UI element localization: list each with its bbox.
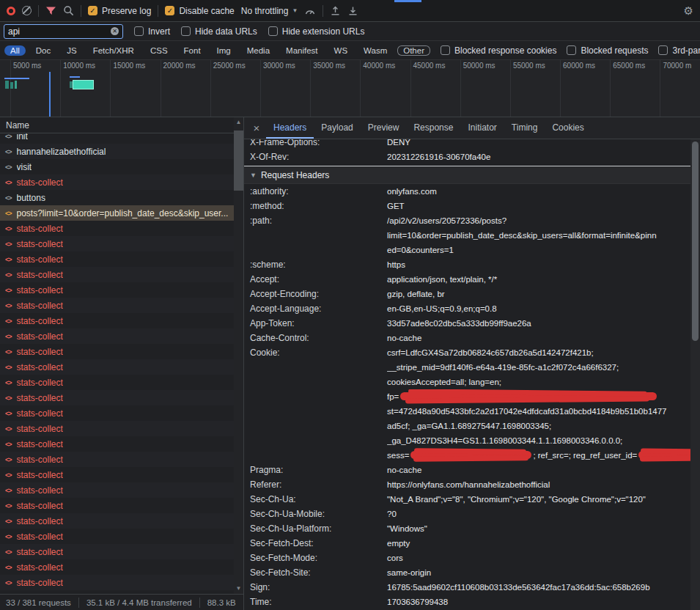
request-row[interactable]: <>stats-collect — [0, 452, 234, 467]
filter-chip-all[interactable]: All — [4, 45, 26, 56]
filter-checkbox-3rd-party-requests[interactable]: 3rd-party requests — [658, 45, 700, 56]
header-value: 202312261916-30670fa40e — [387, 150, 690, 164]
filter-input[interactable]: api ✕ — [4, 24, 123, 39]
request-row[interactable]: <>stats-collect — [0, 421, 234, 436]
request-row[interactable]: <>stats-collect — [0, 359, 234, 375]
request-row[interactable]: <>stats-collect — [0, 236, 234, 251]
header-value-line: limit=10&order=publish_date_desc&skip_us… — [387, 228, 690, 243]
invert-checkbox[interactable]: Invert — [134, 26, 170, 37]
request-row[interactable]: <>stats-collect — [0, 544, 234, 559]
header-value-line: 202312261916-30670fa40e — [387, 150, 690, 164]
preserve-log-checkbox[interactable]: ✓ Preserve log — [88, 6, 151, 16]
filter-icon[interactable] — [45, 6, 56, 16]
tab-preview[interactable]: Preview — [361, 117, 407, 139]
header-row: Accept-Encoding:gzip, deflate, br — [244, 287, 690, 301]
request-list-panel: Name <>init<>hannahelizabethofficial<>vi… — [0, 117, 243, 610]
throttling-dropdown[interactable]: No throttling ▼ — [241, 6, 298, 16]
filter-chip-manifest[interactable]: Manifest — [280, 45, 323, 56]
request-row[interactable]: <>stats-collect — [0, 529, 234, 544]
filter-chip-img[interactable]: Img — [211, 45, 237, 56]
timeline-column: 25000 ms — [210, 60, 260, 117]
request-row[interactable]: <>stats-collect — [0, 313, 234, 328]
timeline-column: 20000 ms — [161, 60, 210, 117]
filter-chip-ws[interactable]: WS — [328, 45, 354, 56]
request-row[interactable]: <>stats-collect — [0, 344, 234, 359]
toolbar-divider — [38, 5, 39, 17]
name-column-header[interactable]: Name — [0, 117, 243, 133]
request-row[interactable]: <>stats-collect — [0, 482, 234, 498]
tab-headers[interactable]: Headers — [266, 117, 314, 139]
request-row[interactable]: <>stats-collect — [0, 221, 234, 236]
filter-chip-fetch-xhr[interactable]: Fetch/XHR — [87, 45, 140, 56]
scroll-down-icon[interactable]: ▼ — [236, 584, 242, 594]
request-row[interactable]: <>visit — [0, 159, 234, 174]
import-har-icon[interactable] — [330, 5, 341, 16]
request-list-scrollbar[interactable]: ▲ ▼ — [234, 117, 243, 594]
timeline-column: 55000 ms — [510, 60, 560, 117]
header-value-line: empty — [387, 536, 690, 551]
scrollbar-thumb[interactable] — [234, 131, 243, 191]
filter-chip-font[interactable]: Font — [178, 45, 207, 56]
record-network-log-button[interactable] — [7, 7, 15, 15]
request-row[interactable]: <>stats-collect — [0, 436, 234, 452]
request-row[interactable]: <>stats-collect — [0, 498, 234, 513]
request-row[interactable]: <>stats-collect — [0, 267, 234, 282]
request-headers-section-header[interactable]: ▼ Request Headers — [244, 166, 690, 184]
request-row[interactable]: <>buttons — [0, 190, 234, 205]
filter-checkbox-blocked-response-cookies[interactable]: Blocked response cookies — [441, 45, 556, 56]
network-overview-timeline[interactable]: 5000 ms10000 ms15000 ms20000 ms25000 ms3… — [0, 60, 700, 117]
clear-filter-icon[interactable]: ✕ — [111, 27, 119, 35]
header-name: Sec-Ch-Ua: — [244, 492, 387, 507]
header-value-text: https — [387, 260, 405, 269]
filter-chip-wasm[interactable]: Wasm — [358, 45, 393, 56]
clear-network-log-button[interactable] — [22, 6, 32, 15]
scrollbar-thumb[interactable] — [692, 142, 699, 341]
filter-chip-css[interactable]: CSS — [144, 45, 174, 56]
export-har-icon[interactable] — [347, 5, 358, 16]
details-scrollbar[interactable] — [690, 139, 700, 610]
request-name: stats-collect — [17, 393, 63, 403]
tab-initiator[interactable]: Initiator — [460, 117, 504, 139]
request-row[interactable]: <>posts?limit=10&order=publish_date_desc… — [0, 205, 234, 221]
request-row[interactable]: <>stats-collect — [0, 282, 234, 298]
header-value: 33d57ade8c02dbc5a333db99ff9ae26a — [387, 316, 690, 331]
request-row[interactable]: <>stats-collect — [0, 251, 234, 267]
hide-data-urls-checkbox[interactable]: Hide data URLs — [181, 26, 257, 37]
disable-cache-checkbox[interactable]: ✓ Disable cache — [165, 6, 234, 16]
request-row[interactable]: <>stats-collect — [0, 328, 234, 344]
request-row[interactable]: <>stats-collect — [0, 298, 234, 313]
request-row[interactable]: <>stats-collect — [0, 575, 234, 590]
request-row[interactable]: <>stats-collect — [0, 513, 234, 529]
header-value-text: 1703636799438 — [387, 598, 448, 606]
hide-extension-urls-checkbox[interactable]: Hide extension URLs — [268, 26, 365, 37]
request-row[interactable]: <>stats-collect — [0, 405, 234, 421]
header-value-line: same-origin — [387, 565, 690, 580]
filter-chip-media[interactable]: Media — [241, 45, 276, 56]
request-row[interactable]: <>hannahelizabethofficial — [0, 144, 234, 159]
request-row[interactable]: <>stats-collect — [0, 390, 234, 405]
filter-checkbox-blocked-requests[interactable]: Blocked requests — [567, 45, 648, 56]
request-row[interactable]: <>init — [0, 133, 234, 144]
tab-cookies[interactable]: Cookies — [545, 117, 591, 139]
request-row[interactable]: <>stats-collect — [0, 559, 234, 575]
settings-gear-icon[interactable]: ⚙ — [684, 5, 693, 16]
filter-chip-other[interactable]: Other — [397, 45, 430, 56]
network-conditions-icon[interactable] — [304, 6, 316, 16]
scroll-up-icon[interactable]: ▲ — [236, 117, 242, 128]
header-row: Sign:16785:5aad9602cf110608b03133de56364… — [244, 580, 690, 595]
filter-chip-js[interactable]: JS — [61, 45, 82, 56]
request-row[interactable]: <>stats-collect — [0, 467, 234, 482]
tab-response[interactable]: Response — [406, 117, 460, 139]
request-row[interactable]: <>stats-collect — [0, 375, 234, 390]
close-details-icon[interactable]: × — [248, 122, 265, 134]
request-type-icon: <> — [5, 225, 12, 232]
timeline-column: 45000 ms — [410, 60, 460, 117]
header-value-text: cors — [387, 554, 403, 562]
request-type-icon: <> — [5, 441, 12, 448]
tab-timing[interactable]: Timing — [504, 117, 545, 139]
filter-chip-doc[interactable]: Doc — [30, 45, 56, 56]
hide-data-urls-label: Hide data URLs — [195, 26, 257, 37]
tab-payload[interactable]: Payload — [314, 117, 360, 139]
request-row[interactable]: <>stats-collect — [0, 174, 234, 190]
search-icon[interactable] — [63, 5, 74, 16]
